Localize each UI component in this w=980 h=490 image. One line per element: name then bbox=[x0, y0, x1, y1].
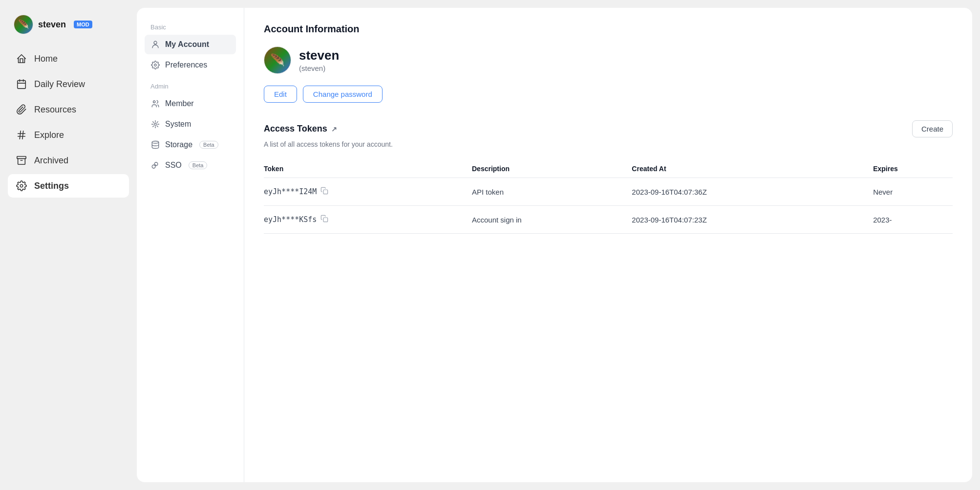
settings-nav-system[interactable]: System bbox=[145, 114, 236, 134]
copy-icon[interactable] bbox=[320, 187, 328, 197]
storage-beta-badge: Beta bbox=[199, 141, 218, 149]
token-cell: eyJh****I24M bbox=[264, 178, 472, 206]
token-cell: eyJh****KSfs bbox=[264, 206, 472, 234]
sidebar-item-explore[interactable]: Explore bbox=[8, 123, 129, 147]
mod-badge: MOD bbox=[74, 21, 92, 28]
user-profile: 🪶 steven MOD bbox=[8, 10, 129, 39]
storage-icon bbox=[150, 140, 160, 150]
sidebar-item-label: Settings bbox=[34, 181, 69, 191]
svg-point-3 bbox=[154, 41, 157, 44]
account-title: Account Information bbox=[264, 23, 953, 35]
settings-nav-label: Storage bbox=[165, 140, 192, 149]
expires-cell: 2023- bbox=[873, 206, 953, 234]
account-content: Account Information 🪶 steven (steven) Ed… bbox=[244, 8, 972, 482]
person-icon bbox=[150, 40, 160, 49]
create-token-button[interactable]: Create bbox=[912, 120, 953, 137]
sso-beta-badge: Beta bbox=[189, 161, 208, 169]
external-link-icon[interactable]: ↗ bbox=[331, 125, 337, 133]
tokens-table: Token Description Created At Expires eyJ… bbox=[264, 160, 953, 234]
account-profile: 🪶 steven (steven) bbox=[264, 46, 953, 74]
settings-nav-label: Member bbox=[165, 99, 194, 108]
settings-panel: Basic My Account Preferences bbox=[137, 8, 972, 482]
account-display-name: steven bbox=[299, 48, 339, 63]
paperclip-icon bbox=[16, 104, 27, 115]
table-row: eyJh****I24M API token 2023-09-16T04:07:… bbox=[264, 178, 953, 206]
account-avatar: 🪶 bbox=[264, 46, 291, 74]
access-tokens-desc: A list of all access tokens for your acc… bbox=[264, 140, 953, 148]
sidebar-item-label: Daily Review bbox=[34, 79, 85, 89]
sidebar-item-resources[interactable]: Resources bbox=[8, 98, 129, 121]
members-icon bbox=[150, 99, 160, 109]
svg-rect-10 bbox=[323, 218, 328, 222]
sidebar-item-settings[interactable]: Settings bbox=[8, 174, 129, 198]
svg-point-7 bbox=[152, 141, 159, 144]
col-description: Description bbox=[472, 160, 632, 178]
token-value: eyJh****I24M bbox=[264, 187, 317, 196]
access-tokens-header: Access Tokens ↗ Create bbox=[264, 120, 953, 137]
svg-point-5 bbox=[153, 101, 156, 103]
svg-rect-1 bbox=[17, 156, 26, 159]
svg-point-2 bbox=[20, 184, 23, 187]
account-handle: (steven) bbox=[299, 64, 339, 72]
settings-nav-label: System bbox=[165, 120, 191, 129]
edit-button[interactable]: Edit bbox=[264, 86, 297, 103]
svg-point-6 bbox=[154, 123, 157, 126]
sidebar-item-label: Home bbox=[34, 54, 58, 64]
col-expires: Expires bbox=[873, 160, 953, 178]
settings-sidebar: Basic My Account Preferences bbox=[137, 8, 244, 482]
archive-icon bbox=[16, 155, 27, 166]
sidebar-item-label: Resources bbox=[34, 105, 76, 115]
home-icon bbox=[16, 53, 27, 65]
svg-point-4 bbox=[154, 64, 157, 67]
avatar: 🪶 bbox=[14, 15, 33, 34]
change-password-button[interactable]: Change password bbox=[303, 86, 383, 103]
calendar-icon bbox=[16, 78, 27, 90]
settings-nav-preferences[interactable]: Preferences bbox=[145, 55, 236, 75]
table-row: eyJh****KSfs Account sign in 2023-09-16T… bbox=[264, 206, 953, 234]
settings-nav-my-account[interactable]: My Account bbox=[145, 35, 236, 54]
username: steven bbox=[38, 20, 66, 30]
col-created-at: Created At bbox=[632, 160, 873, 178]
gear-icon bbox=[16, 180, 27, 192]
sidebar-item-label: Archived bbox=[34, 156, 68, 166]
col-token: Token bbox=[264, 160, 472, 178]
basic-section-label: Basic bbox=[145, 23, 236, 31]
main-content: Basic My Account Preferences bbox=[137, 0, 980, 490]
account-name-block: steven (steven) bbox=[299, 48, 339, 72]
sidebar-item-archived[interactable]: Archived bbox=[8, 149, 129, 172]
created-at-cell: 2023-09-16T04:07:23Z bbox=[632, 206, 873, 234]
token-value: eyJh****KSfs bbox=[264, 215, 317, 224]
sidebar-item-label: Explore bbox=[34, 130, 64, 140]
settings-nav-label: SSO bbox=[165, 161, 182, 170]
account-actions: Edit Change password bbox=[264, 86, 953, 103]
sidebar-item-home[interactable]: Home bbox=[8, 47, 129, 70]
settings-nav-storage[interactable]: Storage Beta bbox=[145, 135, 236, 155]
settings-nav-label: My Account bbox=[165, 40, 209, 49]
sidebar-item-daily-review[interactable]: Daily Review bbox=[8, 72, 129, 96]
access-tokens-title: Access Tokens ↗ bbox=[264, 124, 337, 134]
admin-section-label: Admin bbox=[145, 83, 236, 90]
settings-nav-label: Preferences bbox=[165, 61, 207, 69]
sso-icon bbox=[150, 160, 160, 170]
settings-nav-member[interactable]: Member bbox=[145, 94, 236, 113]
expires-cell: Never bbox=[873, 178, 953, 206]
access-tokens-label: Access Tokens bbox=[264, 124, 327, 134]
svg-rect-9 bbox=[323, 190, 328, 194]
description-cell: Account sign in bbox=[472, 206, 632, 234]
svg-rect-0 bbox=[18, 81, 26, 89]
settings-gear-icon bbox=[150, 60, 160, 70]
settings-nav-sso[interactable]: SSO Beta bbox=[145, 156, 236, 175]
created-at-cell: 2023-09-16T04:07:36Z bbox=[632, 178, 873, 206]
description-cell: API token bbox=[472, 178, 632, 206]
copy-icon[interactable] bbox=[320, 215, 328, 224]
left-sidebar: 🪶 steven MOD Home Daily Review bbox=[0, 0, 137, 490]
system-icon bbox=[150, 119, 160, 129]
hash-icon bbox=[16, 129, 27, 141]
